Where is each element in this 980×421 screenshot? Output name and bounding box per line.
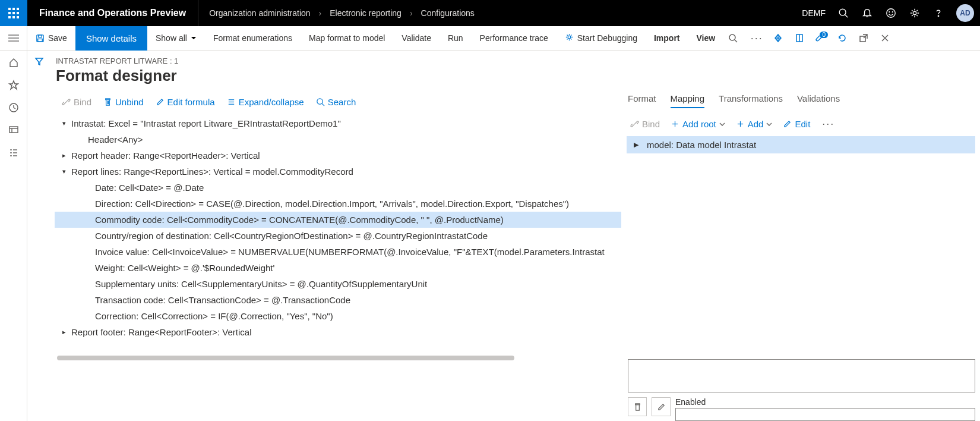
home-icon[interactable] <box>8 56 20 68</box>
binding-textarea[interactable] <box>628 359 975 392</box>
unbind-button[interactable]: Unbind <box>99 95 148 109</box>
map-bind-button[interactable]: Bind <box>628 118 662 130</box>
show-all-button[interactable]: Show all <box>147 26 205 51</box>
breadcrumb-item[interactable]: Organization administration <box>209 8 310 18</box>
svg-point-48 <box>317 99 323 104</box>
caret-down-icon[interactable]: ▾ <box>59 120 69 127</box>
view-button[interactable]: View <box>688 26 724 51</box>
tab-validations[interactable]: Validations <box>797 91 840 108</box>
diamond-icon[interactable] <box>769 26 788 51</box>
validate-button[interactable]: Validate <box>393 26 440 51</box>
tree-row[interactable]: ▾Intrastat: Excel = "Intrastat report Li… <box>55 115 621 131</box>
tree-row[interactable]: Transaction code: Cell<TransactionCode> … <box>55 292 621 308</box>
tree-row[interactable]: ▸Report footer: Range<ReportFooter>: Ver… <box>55 324 621 340</box>
favorite-icon[interactable] <box>8 79 20 91</box>
tree-node-label: Direction: Cell<Direction> = CASE(@.Dire… <box>93 199 569 209</box>
delete-binding-button[interactable] <box>628 397 647 416</box>
edit-formula-button[interactable]: Edit formula <box>151 95 220 109</box>
filter-icon[interactable] <box>34 56 44 68</box>
nav-hamburger[interactable] <box>0 26 27 51</box>
map-edit-button[interactable]: Edit <box>780 118 813 130</box>
tree-row[interactable]: ▸Report header: Range<ReportHeader>: Ver… <box>55 147 621 164</box>
enabled-input[interactable] <box>675 408 975 421</box>
start-debug-label: Start Debugging <box>577 33 637 43</box>
add-button[interactable]: Add <box>734 118 775 130</box>
performance-trace-button[interactable]: Performance trace <box>472 26 557 51</box>
tab-format[interactable]: Format <box>628 91 656 108</box>
tree-row[interactable]: Weight: Cell<Weight> = @.'$RoundedWeight… <box>55 260 621 276</box>
office-icon[interactable] <box>790 26 809 51</box>
tree-row[interactable]: Header<Any> <box>55 131 621 147</box>
svg-rect-3 <box>8 12 11 14</box>
caret-right-icon[interactable]: ▸ <box>59 328 69 336</box>
add-root-button[interactable]: Add root <box>668 118 728 130</box>
popout-icon[interactable] <box>854 26 873 51</box>
tree-row[interactable]: ▾Report lines: Range<ReportLines>: Verti… <box>55 164 621 180</box>
smiley-icon[interactable] <box>879 0 903 26</box>
tree-row[interactable]: Direction: Cell<Direction> = CASE(@.Dire… <box>55 196 621 212</box>
save-label: Save <box>48 33 67 43</box>
format-enumerations-button[interactable]: Format enumerations <box>205 26 301 51</box>
tree-row[interactable]: Correction: Cell<Correction> = IF(@.Corr… <box>55 308 621 324</box>
tree-row[interactable]: Invoice value: Cell<InvoiceValue> = NUMB… <box>55 244 621 260</box>
tree-row[interactable]: Date: Cell<Date> = @.Date <box>55 180 621 196</box>
svg-rect-54 <box>635 403 640 404</box>
company-selector[interactable]: DEMF <box>796 8 832 18</box>
horizontal-scrollbar[interactable] <box>57 356 514 360</box>
save-button[interactable]: Save <box>27 26 75 51</box>
search-action-icon[interactable] <box>723 26 742 51</box>
tab-mapping[interactable]: Mapping <box>671 91 705 108</box>
caret-down-icon[interactable]: ▾ <box>59 168 69 175</box>
svg-line-10 <box>845 15 848 18</box>
bell-icon[interactable] <box>855 0 879 26</box>
map-format-button[interactable]: Map format to model <box>301 26 393 51</box>
show-details-button[interactable]: Show details <box>75 26 147 51</box>
gear-icon[interactable] <box>903 0 927 26</box>
tree-row[interactable]: Country/region of destination: Cell<Coun… <box>55 228 621 244</box>
breadcrumb-item[interactable]: Configurations <box>421 8 475 18</box>
attachments-icon[interactable]: 0 <box>811 26 830 51</box>
workspace-icon[interactable] <box>8 124 20 136</box>
svg-point-24 <box>729 34 735 40</box>
search-icon[interactable] <box>832 0 855 26</box>
tab-transformations[interactable]: Transformations <box>719 91 783 108</box>
tree-node-label: Country/region of destination: Cell<Coun… <box>93 231 488 241</box>
expand-collapse-button[interactable]: Expand/collapse <box>222 95 309 109</box>
caret-right-icon[interactable]: ▶ <box>631 141 641 149</box>
svg-line-49 <box>322 103 324 106</box>
tree-search-button[interactable]: Search <box>311 95 361 109</box>
refresh-icon[interactable] <box>833 26 852 51</box>
recent-icon[interactable] <box>8 102 20 114</box>
svg-rect-6 <box>8 16 11 18</box>
caret-right-icon[interactable]: ▸ <box>59 152 69 159</box>
search-label: Search <box>328 97 356 107</box>
bind-button[interactable]: Bind <box>57 95 96 109</box>
svg-rect-7 <box>12 16 15 18</box>
run-button[interactable]: Run <box>440 26 472 51</box>
chevron-right-icon: › <box>410 8 413 18</box>
more-ellipsis-icon[interactable]: ··· <box>747 26 766 51</box>
model-node[interactable]: ▶ model: Data model Intrastat <box>627 136 975 153</box>
tree-row[interactable]: Commodity code: Cell<CommodityCode> = CO… <box>55 212 621 228</box>
tree-node-label: Header<Any> <box>86 134 143 144</box>
svg-rect-4 <box>12 12 15 14</box>
breadcrumb-item[interactable]: Electronic reporting <box>330 8 402 18</box>
tree-node-label: Transaction code: Cell<TransactionCode> … <box>93 295 350 305</box>
svg-rect-33 <box>10 127 18 133</box>
edit-formula-label: Edit formula <box>167 97 215 107</box>
map-more-icon[interactable]: ··· <box>818 118 838 130</box>
help-icon[interactable] <box>927 0 950 26</box>
modules-icon[interactable] <box>8 147 20 159</box>
import-button[interactable]: Import <box>646 26 688 51</box>
app-title[interactable]: Finance and Operations Preview <box>27 0 198 26</box>
svg-point-15 <box>913 11 916 14</box>
tree-row[interactable]: Supplementary units: Cell<SupplementaryU… <box>55 276 621 292</box>
close-icon[interactable] <box>875 26 894 51</box>
edit-binding-button[interactable] <box>652 397 671 416</box>
app-launcher[interactable] <box>0 0 27 26</box>
avatar[interactable]: AD <box>956 4 974 22</box>
start-debugging-button[interactable]: Start Debugging <box>557 26 646 51</box>
svg-rect-2 <box>17 8 19 10</box>
bind-label: Bind <box>74 97 91 107</box>
unbind-label: Unbind <box>115 97 144 107</box>
